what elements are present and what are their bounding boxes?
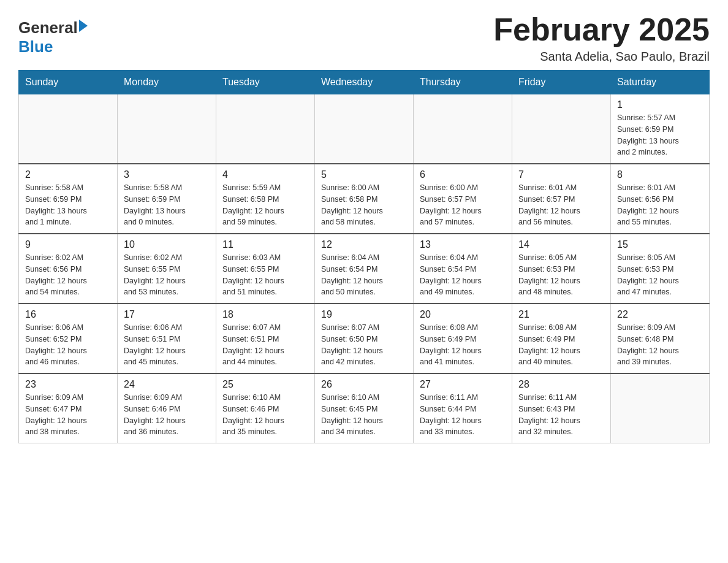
calendar-cell: 14Sunrise: 6:05 AM Sunset: 6:53 PM Dayli… [512, 234, 611, 304]
calendar-cell: 19Sunrise: 6:07 AM Sunset: 6:50 PM Dayli… [315, 304, 414, 373]
day-info: Sunrise: 6:02 AM Sunset: 6:55 PM Dayligh… [124, 252, 210, 298]
day-number: 28 [518, 379, 604, 390]
day-info: Sunrise: 6:06 AM Sunset: 6:52 PM Dayligh… [25, 322, 111, 368]
calendar-cell: 6Sunrise: 6:00 AM Sunset: 6:57 PM Daylig… [414, 164, 512, 234]
calendar-cell: 26Sunrise: 6:10 AM Sunset: 6:45 PM Dayli… [315, 373, 414, 443]
calendar-cell: 2Sunrise: 5:58 AM Sunset: 6:59 PM Daylig… [19, 164, 118, 234]
day-info: Sunrise: 6:05 AM Sunset: 6:53 PM Dayligh… [518, 252, 604, 298]
day-info: Sunrise: 6:04 AM Sunset: 6:54 PM Dayligh… [420, 252, 506, 298]
calendar-cell [216, 94, 315, 164]
calendar-table: SundayMondayTuesdayWednesdayThursdayFrid… [18, 70, 710, 443]
calendar-cell: 22Sunrise: 6:09 AM Sunset: 6:48 PM Dayli… [611, 304, 710, 373]
calendar-cell: 21Sunrise: 6:08 AM Sunset: 6:49 PM Dayli… [512, 304, 611, 373]
column-header-sunday: Sunday [19, 71, 118, 94]
day-info: Sunrise: 5:58 AM Sunset: 6:59 PM Dayligh… [25, 182, 111, 228]
day-number: 1 [617, 99, 703, 110]
day-number: 5 [321, 169, 407, 180]
column-header-monday: Monday [118, 71, 216, 94]
calendar-cell: 28Sunrise: 6:11 AM Sunset: 6:43 PM Dayli… [512, 373, 611, 443]
day-info: Sunrise: 6:01 AM Sunset: 6:56 PM Dayligh… [617, 182, 703, 228]
day-number: 24 [124, 379, 210, 390]
day-info: Sunrise: 6:07 AM Sunset: 6:51 PM Dayligh… [222, 322, 308, 368]
logo: General Blue [18, 18, 88, 56]
calendar-title: February 2025 [493, 12, 710, 47]
day-number: 20 [420, 309, 506, 320]
logo-blue-text: Blue [18, 37, 53, 56]
day-info: Sunrise: 5:59 AM Sunset: 6:58 PM Dayligh… [222, 182, 308, 228]
column-header-saturday: Saturday [611, 71, 710, 94]
day-number: 3 [124, 169, 210, 180]
day-number: 19 [321, 309, 407, 320]
day-number: 15 [617, 239, 703, 250]
day-number: 26 [321, 379, 407, 390]
calendar-cell: 15Sunrise: 6:05 AM Sunset: 6:53 PM Dayli… [611, 234, 710, 304]
calendar-cell [414, 94, 512, 164]
calendar-cell: 8Sunrise: 6:01 AM Sunset: 6:56 PM Daylig… [611, 164, 710, 234]
day-info: Sunrise: 6:03 AM Sunset: 6:55 PM Dayligh… [222, 252, 308, 298]
page-header: General Blue February 2025 Santa Adelia,… [18, 12, 710, 64]
day-number: 8 [617, 169, 703, 180]
calendar-subtitle: Santa Adelia, Sao Paulo, Brazil [493, 50, 710, 64]
calendar-cell: 17Sunrise: 6:06 AM Sunset: 6:51 PM Dayli… [118, 304, 216, 373]
logo-arrow-icon [79, 20, 88, 32]
calendar-cell: 16Sunrise: 6:06 AM Sunset: 6:52 PM Dayli… [19, 304, 118, 373]
day-info: Sunrise: 6:04 AM Sunset: 6:54 PM Dayligh… [321, 252, 407, 298]
calendar-cell: 1Sunrise: 5:57 AM Sunset: 6:59 PM Daylig… [611, 94, 710, 164]
day-info: Sunrise: 6:05 AM Sunset: 6:53 PM Dayligh… [617, 252, 703, 298]
calendar-cell: 5Sunrise: 6:00 AM Sunset: 6:58 PM Daylig… [315, 164, 414, 234]
calendar-cell: 27Sunrise: 6:11 AM Sunset: 6:44 PM Dayli… [414, 373, 512, 443]
calendar-header-row: SundayMondayTuesdayWednesdayThursdayFrid… [19, 71, 710, 94]
day-info: Sunrise: 6:06 AM Sunset: 6:51 PM Dayligh… [124, 322, 210, 368]
calendar-cell: 7Sunrise: 6:01 AM Sunset: 6:57 PM Daylig… [512, 164, 611, 234]
day-number: 17 [124, 309, 210, 320]
logo-general-text: General [18, 18, 78, 37]
calendar-cell [512, 94, 611, 164]
column-header-thursday: Thursday [414, 71, 512, 94]
day-info: Sunrise: 6:02 AM Sunset: 6:56 PM Dayligh… [25, 252, 111, 298]
day-number: 10 [124, 239, 210, 250]
day-info: Sunrise: 5:58 AM Sunset: 6:59 PM Dayligh… [124, 182, 210, 228]
calendar-week-row: 2Sunrise: 5:58 AM Sunset: 6:59 PM Daylig… [19, 164, 710, 234]
day-number: 25 [222, 379, 308, 390]
calendar-week-row: 16Sunrise: 6:06 AM Sunset: 6:52 PM Dayli… [19, 304, 710, 373]
day-info: Sunrise: 6:09 AM Sunset: 6:46 PM Dayligh… [124, 392, 210, 438]
day-info: Sunrise: 6:08 AM Sunset: 6:49 PM Dayligh… [518, 322, 604, 368]
calendar-cell: 4Sunrise: 5:59 AM Sunset: 6:58 PM Daylig… [216, 164, 315, 234]
column-header-friday: Friday [512, 71, 611, 94]
calendar-cell: 24Sunrise: 6:09 AM Sunset: 6:46 PM Dayli… [118, 373, 216, 443]
day-info: Sunrise: 6:01 AM Sunset: 6:57 PM Dayligh… [518, 182, 604, 228]
calendar-cell: 10Sunrise: 6:02 AM Sunset: 6:55 PM Dayli… [118, 234, 216, 304]
day-number: 13 [420, 239, 506, 250]
column-header-tuesday: Tuesday [216, 71, 315, 94]
column-header-wednesday: Wednesday [315, 71, 414, 94]
calendar-cell: 20Sunrise: 6:08 AM Sunset: 6:49 PM Dayli… [414, 304, 512, 373]
day-number: 16 [25, 309, 111, 320]
day-info: Sunrise: 6:11 AM Sunset: 6:44 PM Dayligh… [420, 392, 506, 438]
calendar-cell: 9Sunrise: 6:02 AM Sunset: 6:56 PM Daylig… [19, 234, 118, 304]
day-info: Sunrise: 6:10 AM Sunset: 6:46 PM Dayligh… [222, 392, 308, 438]
day-number: 23 [25, 379, 111, 390]
logo-icon: General Blue [18, 18, 88, 56]
day-info: Sunrise: 6:09 AM Sunset: 6:48 PM Dayligh… [617, 322, 703, 368]
day-info: Sunrise: 6:09 AM Sunset: 6:47 PM Dayligh… [25, 392, 111, 438]
day-info: Sunrise: 6:00 AM Sunset: 6:57 PM Dayligh… [420, 182, 506, 228]
calendar-cell: 25Sunrise: 6:10 AM Sunset: 6:46 PM Dayli… [216, 373, 315, 443]
day-number: 2 [25, 169, 111, 180]
calendar-cell: 11Sunrise: 6:03 AM Sunset: 6:55 PM Dayli… [216, 234, 315, 304]
day-number: 21 [518, 309, 604, 320]
day-number: 6 [420, 169, 506, 180]
calendar-cell [611, 373, 710, 443]
day-number: 18 [222, 309, 308, 320]
day-number: 12 [321, 239, 407, 250]
day-info: Sunrise: 6:11 AM Sunset: 6:43 PM Dayligh… [518, 392, 604, 438]
day-number: 14 [518, 239, 604, 250]
calendar-week-row: 9Sunrise: 6:02 AM Sunset: 6:56 PM Daylig… [19, 234, 710, 304]
calendar-cell: 3Sunrise: 5:58 AM Sunset: 6:59 PM Daylig… [118, 164, 216, 234]
day-number: 11 [222, 239, 308, 250]
calendar-cell [118, 94, 216, 164]
day-number: 27 [420, 379, 506, 390]
title-area: February 2025 Santa Adelia, Sao Paulo, B… [493, 12, 710, 64]
day-number: 22 [617, 309, 703, 320]
calendar-cell: 13Sunrise: 6:04 AM Sunset: 6:54 PM Dayli… [414, 234, 512, 304]
calendar-cell: 18Sunrise: 6:07 AM Sunset: 6:51 PM Dayli… [216, 304, 315, 373]
